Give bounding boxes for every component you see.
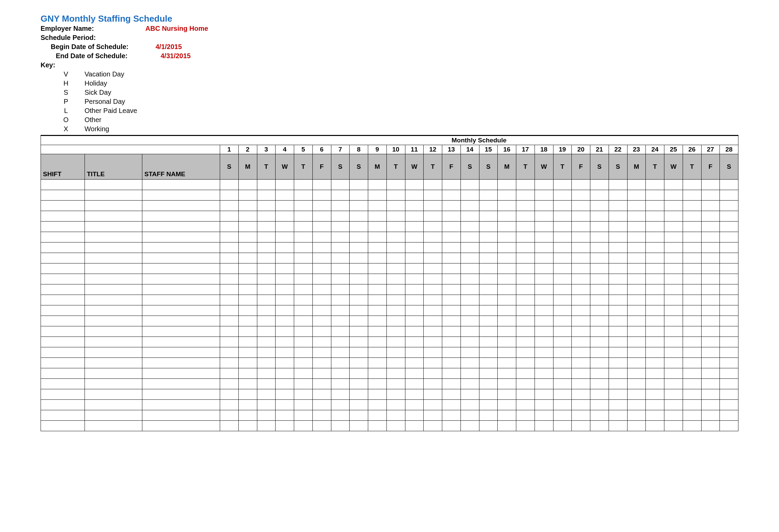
cell bbox=[238, 190, 257, 201]
cell bbox=[238, 410, 257, 421]
cell bbox=[609, 389, 627, 400]
cell bbox=[238, 379, 257, 389]
cell bbox=[85, 232, 142, 242]
cell bbox=[142, 274, 220, 284]
cell bbox=[572, 368, 590, 379]
cell bbox=[627, 379, 646, 389]
cell bbox=[294, 379, 313, 389]
cell bbox=[627, 222, 646, 232]
cell bbox=[220, 410, 239, 421]
cell bbox=[720, 274, 738, 284]
table-row bbox=[41, 337, 738, 347]
cell bbox=[535, 295, 553, 305]
cell bbox=[294, 410, 313, 421]
cell bbox=[664, 421, 683, 431]
cell bbox=[142, 347, 220, 358]
table-row bbox=[41, 263, 738, 274]
cell bbox=[609, 316, 627, 326]
cell bbox=[424, 263, 442, 274]
cell bbox=[220, 211, 239, 222]
day-of-week: S bbox=[220, 154, 239, 180]
cell bbox=[238, 263, 257, 274]
cell bbox=[276, 368, 294, 379]
cell bbox=[516, 337, 535, 347]
cell bbox=[461, 274, 479, 284]
cell bbox=[516, 180, 535, 190]
cell bbox=[572, 232, 590, 242]
cell bbox=[85, 222, 142, 232]
cell bbox=[405, 316, 424, 326]
cell bbox=[553, 201, 572, 211]
cell bbox=[442, 253, 461, 263]
day-of-week: T bbox=[683, 154, 701, 180]
cell bbox=[646, 305, 664, 316]
cell bbox=[535, 305, 553, 316]
cell bbox=[85, 347, 142, 358]
cell bbox=[609, 274, 627, 284]
cell bbox=[535, 326, 553, 337]
cell bbox=[516, 389, 535, 400]
cell bbox=[405, 180, 424, 190]
cell bbox=[516, 400, 535, 410]
cell bbox=[590, 263, 609, 274]
cell bbox=[572, 180, 590, 190]
cell bbox=[142, 368, 220, 379]
cell bbox=[331, 242, 350, 253]
day-of-week: S bbox=[720, 154, 738, 180]
cell bbox=[424, 274, 442, 284]
cell bbox=[516, 410, 535, 421]
cell bbox=[220, 337, 239, 347]
cell bbox=[572, 222, 590, 232]
cell bbox=[590, 358, 609, 368]
cell bbox=[609, 368, 627, 379]
cell bbox=[646, 326, 664, 337]
cell bbox=[442, 316, 461, 326]
cell bbox=[257, 410, 276, 421]
cell bbox=[627, 253, 646, 263]
cell bbox=[461, 389, 479, 400]
cell bbox=[142, 222, 220, 232]
day-of-week: S bbox=[350, 154, 368, 180]
cell bbox=[479, 410, 498, 421]
monthly-schedule-label: Monthly Schedule bbox=[220, 136, 738, 145]
begin-date-value: 4/1/2015 bbox=[156, 42, 182, 51]
cell bbox=[664, 284, 683, 295]
cell bbox=[220, 201, 239, 211]
cell bbox=[498, 232, 516, 242]
cell bbox=[461, 305, 479, 316]
cell bbox=[386, 326, 405, 337]
cell bbox=[627, 305, 646, 316]
cell bbox=[627, 274, 646, 284]
table-row bbox=[41, 421, 738, 431]
day-number: 5 bbox=[294, 145, 313, 154]
cell bbox=[238, 326, 257, 337]
cell bbox=[350, 201, 368, 211]
cell bbox=[405, 295, 424, 305]
cell bbox=[368, 389, 387, 400]
cell bbox=[701, 347, 720, 358]
cell bbox=[627, 368, 646, 379]
cell bbox=[350, 295, 368, 305]
cell bbox=[257, 305, 276, 316]
day-of-week: F bbox=[442, 154, 461, 180]
cell bbox=[590, 305, 609, 316]
cell bbox=[720, 263, 738, 274]
cell bbox=[683, 263, 701, 274]
cell bbox=[238, 242, 257, 253]
cell bbox=[368, 368, 387, 379]
table-row bbox=[41, 326, 738, 337]
cell bbox=[479, 274, 498, 284]
cell bbox=[516, 263, 535, 274]
col-shift: SHIFT bbox=[41, 154, 85, 180]
monthly-schedule-row: Monthly Schedule bbox=[41, 136, 738, 145]
cell bbox=[350, 274, 368, 284]
col-staff-name: STAFF NAME bbox=[142, 154, 220, 180]
cell bbox=[646, 389, 664, 400]
cell bbox=[572, 410, 590, 421]
cell bbox=[535, 316, 553, 326]
cell bbox=[535, 421, 553, 431]
cell bbox=[85, 379, 142, 389]
cell bbox=[683, 400, 701, 410]
cell bbox=[257, 201, 276, 211]
cell bbox=[331, 379, 350, 389]
